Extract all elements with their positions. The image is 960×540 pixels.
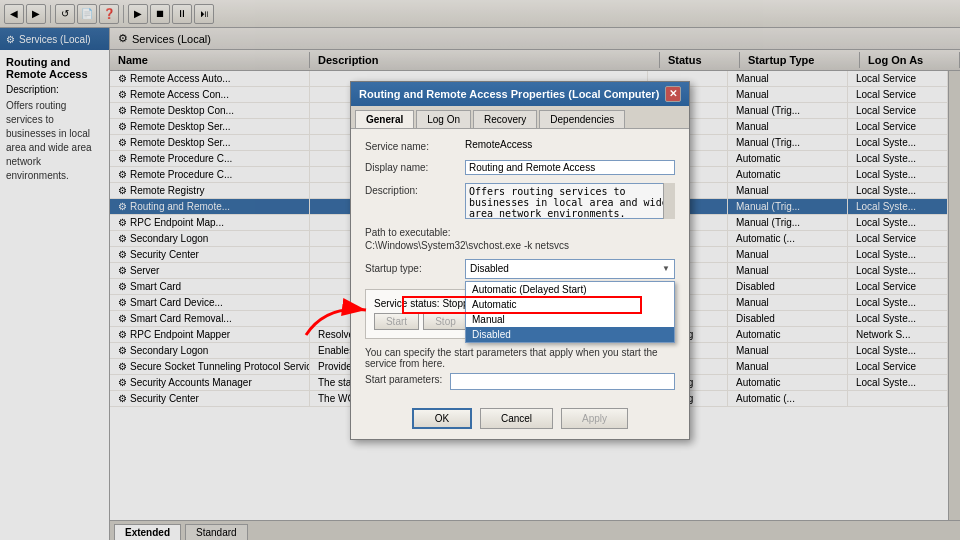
dialog-title: Routing and Remote Access Properties (Lo… bbox=[359, 88, 659, 100]
option-auto-delayed[interactable]: Automatic (Delayed Start) bbox=[466, 282, 674, 297]
startup-dropdown-list[interactable]: Automatic (Delayed Start) Automatic Manu… bbox=[465, 281, 675, 343]
dialog-overlay: Routing and Remote Access Properties (Lo… bbox=[0, 0, 960, 540]
path-value: C:\Windows\System32\svchost.exe -k netsv… bbox=[365, 240, 675, 251]
textarea-scrollbar[interactable] bbox=[663, 183, 675, 219]
start-button[interactable]: Start bbox=[374, 313, 419, 330]
dialog-actions: OK Cancel Apply bbox=[351, 400, 689, 439]
apply-button[interactable]: Apply bbox=[561, 408, 628, 429]
path-row: Path to executable: C:\Windows\System32\… bbox=[365, 227, 675, 251]
params-input-row: Start parameters: bbox=[365, 373, 675, 390]
ok-button[interactable]: OK bbox=[412, 408, 472, 429]
params-note: You can specify the start parameters tha… bbox=[365, 347, 675, 369]
startup-type-dropdown[interactable]: Disabled ▼ bbox=[465, 259, 675, 279]
path-label: Path to executable: bbox=[365, 227, 675, 238]
dialog-close-button[interactable]: ✕ bbox=[665, 86, 681, 102]
startup-value: Disabled bbox=[470, 263, 509, 274]
display-name-input[interactable] bbox=[465, 160, 675, 175]
tab-dependencies[interactable]: Dependencies bbox=[539, 110, 625, 128]
service-name-label: Service name: bbox=[365, 139, 465, 152]
params-input[interactable] bbox=[450, 373, 675, 390]
dialog-body: Service name: RemoteAccess Display name:… bbox=[351, 129, 689, 400]
tab-logon[interactable]: Log On bbox=[416, 110, 471, 128]
params-label: Start parameters: bbox=[365, 374, 442, 385]
params-row: Start parameters: bbox=[365, 373, 675, 390]
stop-button[interactable]: Stop bbox=[423, 313, 468, 330]
description-row: Description: Offers routing services to … bbox=[365, 183, 675, 219]
tab-recovery[interactable]: Recovery bbox=[473, 110, 537, 128]
dialog-titlebar: Routing and Remote Access Properties (Lo… bbox=[351, 82, 689, 106]
display-name-label: Display name: bbox=[365, 160, 465, 173]
description-textarea[interactable]: Offers routing services to businesses in… bbox=[465, 183, 675, 219]
desc-label: Description: bbox=[365, 183, 465, 196]
option-disabled[interactable]: Disabled bbox=[466, 327, 674, 342]
option-automatic[interactable]: Automatic bbox=[466, 297, 674, 312]
properties-dialog: Routing and Remote Access Properties (Lo… bbox=[350, 81, 690, 440]
cancel-button[interactable]: Cancel bbox=[480, 408, 553, 429]
option-manual[interactable]: Manual bbox=[466, 312, 674, 327]
startup-label: Startup type: bbox=[365, 263, 465, 274]
params-section: You can specify the start parameters tha… bbox=[365, 347, 675, 390]
dialog-tabs: General Log On Recovery Dependencies bbox=[351, 106, 689, 129]
dropdown-arrow-icon: ▼ bbox=[662, 264, 670, 273]
startup-type-row: Startup type: Disabled ▼ Automatic (Dela… bbox=[365, 259, 675, 279]
service-name-value: RemoteAccess bbox=[465, 139, 675, 150]
service-name-row: Service name: RemoteAccess bbox=[365, 139, 675, 152]
tab-general[interactable]: General bbox=[355, 110, 414, 128]
display-name-row: Display name: bbox=[365, 160, 675, 175]
